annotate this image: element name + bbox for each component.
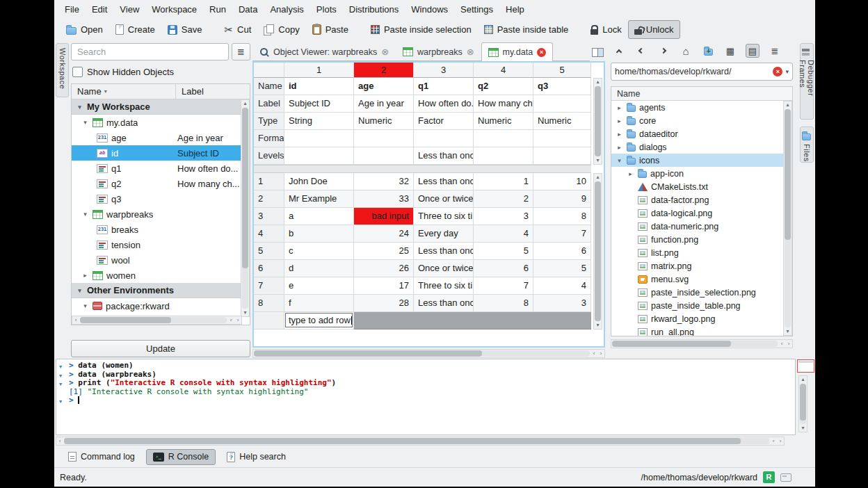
back-button[interactable]	[634, 44, 648, 58]
workspace-item-age[interactable]: 231ageAge in year	[72, 130, 241, 145]
scroll-up-icon[interactable]: ▴	[595, 174, 602, 181]
scrollbar-thumb[interactable]	[242, 108, 248, 268]
grid-cell[interactable]: String	[284, 113, 354, 130]
expander-icon[interactable]: ▾	[616, 157, 623, 164]
menu-item-settings[interactable]: Settings	[454, 2, 499, 17]
scrollbar-track[interactable]	[595, 86, 601, 156]
menu-item-plots[interactable]: Plots	[310, 2, 343, 17]
grid-cell[interactable]: Three to six ti...	[414, 208, 474, 225]
scroll-left-icon[interactable]: ‹	[227, 317, 234, 324]
grid-cell[interactable]	[474, 147, 533, 165]
workspace-hscrollbar[interactable]: ‹ ‹ ›	[72, 316, 242, 325]
add-row-input[interactable]: type to add row	[285, 313, 353, 327]
scroll-down-icon[interactable]: ▾	[785, 328, 791, 335]
grid-cell[interactable]: 1	[474, 173, 533, 190]
column-header-3[interactable]: 3	[414, 63, 474, 78]
workspace-item-breaks[interactable]: 231breaks	[72, 222, 241, 237]
workspace-section-other-environments[interactable]: ▾Other Environments	[72, 283, 241, 298]
path-combobox[interactable]: home/thomas/develop/rkward/ × ▾	[611, 63, 793, 81]
paste-inside-selection-button[interactable]: Paste inside selection	[364, 20, 478, 39]
detail-view-button[interactable]: ≣	[768, 44, 782, 58]
menu-item-help[interactable]: Help	[499, 2, 531, 17]
scroll-down-icon[interactable]: ▾	[595, 157, 602, 164]
workspace-side-tab[interactable]: Workspace	[56, 43, 69, 97]
file-item-menu-svg[interactable]: menu.svg	[611, 273, 783, 286]
workspace-item-q3[interactable]: q3	[72, 191, 241, 206]
file-item-agents[interactable]: ▸agents	[611, 101, 783, 114]
row-header[interactable]: 5	[254, 243, 284, 260]
scroll-left-icon[interactable]: ‹	[590, 350, 597, 357]
grid-cell[interactable]: Once or twice...	[414, 260, 474, 277]
grid-cell[interactable]: q1	[414, 78, 474, 95]
grid-cell[interactable]: 4	[533, 277, 591, 295]
create-button[interactable]: Create	[109, 20, 161, 39]
toolview-r-console[interactable]: ›_R Console	[146, 449, 216, 465]
files-tab[interactable]: Files	[800, 127, 814, 163]
row-header[interactable]: 8	[254, 295, 284, 312]
grid-cell[interactable]: Numeric	[533, 113, 591, 130]
grid-cell[interactable]: 32	[354, 173, 414, 190]
scrollbar-track[interactable]	[254, 350, 590, 357]
file-item-dataeditor[interactable]: ▸dataeditor	[611, 127, 783, 140]
expander-icon[interactable]: ▾	[81, 211, 89, 218]
grid-cell[interactable]: Three to six ti...	[414, 277, 474, 295]
grid-cell[interactable]: 17	[354, 277, 414, 295]
grid-cell[interactable]: type to add row	[284, 312, 354, 330]
workspace-section-my-workspace[interactable]: ▾My Workspace	[72, 99, 241, 115]
row-header[interactable]: 3	[254, 208, 284, 225]
grid-cell[interactable]: 5	[474, 243, 533, 260]
scrollbar-track[interactable]	[242, 108, 248, 309]
grid-cell[interactable]: 7	[533, 225, 591, 243]
expander-icon[interactable]: ▾	[81, 119, 89, 126]
grid-cell[interactable]: 6	[533, 243, 591, 260]
grid-cell[interactable]: bad input	[354, 208, 414, 225]
expander-icon[interactable]: ▾	[81, 302, 89, 309]
metadata-vscrollbar[interactable]: ▴ ▾	[593, 78, 602, 165]
grid-cell[interactable]: q2	[474, 78, 533, 95]
grid-cell[interactable]: Less than onc...	[414, 147, 474, 165]
scroll-right-icon[interactable]: ›	[785, 341, 792, 348]
workspace-item-women[interactable]: ▸women	[72, 268, 241, 283]
scrollbar-track[interactable]	[595, 181, 601, 321]
grid-cell[interactable]: 7	[474, 277, 533, 295]
scrollbar-thumb[interactable]	[800, 384, 806, 421]
grid-cell[interactable]: 33	[354, 190, 414, 208]
menu-item-view[interactable]: View	[113, 2, 145, 17]
column-header-2[interactable]: 2	[354, 63, 414, 78]
scrollbar-thumb[interactable]	[80, 317, 171, 323]
scroll-down-icon[interactable]: ▾	[595, 322, 602, 329]
scroll-right-icon[interactable]: ›	[777, 438, 784, 445]
expander-icon[interactable]: ▾	[76, 104, 83, 111]
cut-button[interactable]: ✂Cut	[218, 20, 257, 39]
paste-inside-table-button[interactable]: Paste inside table	[478, 20, 575, 39]
menu-item-run[interactable]: Run	[203, 2, 232, 17]
scrollbar-track[interactable]	[80, 317, 227, 323]
scroll-left-icon[interactable]: ‹	[778, 341, 785, 348]
grid-cell[interactable]: Less than onc...	[414, 173, 474, 190]
row-header[interactable]: 4	[254, 225, 284, 243]
menu-item-edit[interactable]: Edit	[86, 2, 113, 17]
row-header[interactable]: 6	[254, 260, 284, 277]
file-item-data-numeric-png[interactable]: data-numeric.png	[611, 220, 783, 233]
grid-cell[interactable]: 24	[354, 225, 414, 243]
grid-cell[interactable]: 26	[354, 260, 414, 277]
up-button[interactable]	[612, 44, 626, 58]
file-item-data-factor-png[interactable]: data-factor.png	[611, 193, 783, 206]
grid-cell[interactable]	[284, 130, 354, 147]
open-button[interactable]: Open	[60, 20, 109, 39]
grid-cell[interactable]: d	[284, 260, 354, 277]
scroll-left-icon[interactable]: ‹	[56, 438, 63, 445]
scrollbar-thumb[interactable]	[785, 109, 791, 240]
split-view-button[interactable]	[590, 45, 605, 58]
file-item-rkward-logo-png[interactable]: rkward_logo.png	[611, 312, 783, 325]
menu-item-data[interactable]: Data	[232, 2, 264, 17]
grid-cell[interactable]: 9	[533, 190, 591, 208]
grid-cell[interactable]: 3	[533, 295, 591, 312]
row-header[interactable]: 7	[254, 277, 284, 295]
grid-cell[interactable]: 25	[354, 243, 414, 260]
close-icon[interactable]: ⊗	[467, 47, 474, 56]
tab-warpbreaks[interactable]: warpbreaks⊗	[396, 42, 481, 60]
workspace-item-wool[interactable]: wool	[72, 252, 241, 268]
scroll-up-icon[interactable]: ▴	[242, 100, 249, 107]
scroll-up-icon[interactable]: ▴	[785, 101, 791, 108]
